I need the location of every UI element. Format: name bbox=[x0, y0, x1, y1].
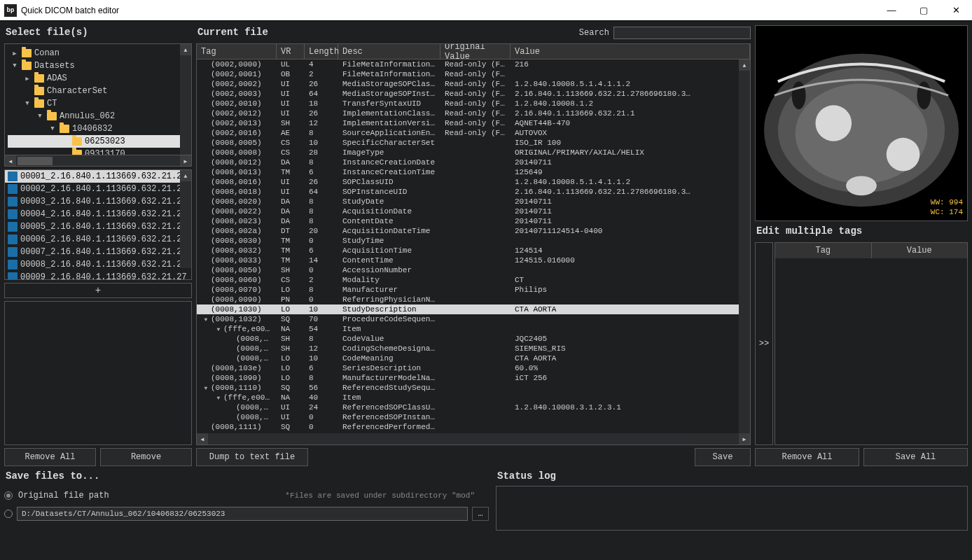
grid-row[interactable]: (0008,0012)DA8InstanceCreationDate201407… bbox=[197, 158, 739, 167]
expand-icon[interactable]: ▼ bbox=[23, 100, 32, 107]
expand-icon[interactable]: ▼ bbox=[11, 62, 19, 69]
tree-vscroll[interactable]: ▲ bbox=[180, 44, 191, 155]
close-button[interactable]: ✕ bbox=[940, 0, 972, 21]
grid-row[interactable]: (0002,0000)UL4FileMetaInformation…Read-o… bbox=[197, 59, 739, 69]
grid-row[interactable]: (0002,0002)UI26MediaStorageSOPClas…Read-… bbox=[197, 79, 739, 89]
grid-row[interactable]: (0008,0013)TM6InstanceCreationTime125649 bbox=[197, 167, 739, 177]
col-length[interactable]: Length bbox=[305, 44, 338, 59]
grid-row[interactable]: (0008,…UI0ReferencedSOPInstan… bbox=[197, 412, 739, 422]
grid-row[interactable]: (0008,0005)CS10SpecificCharacterSetISO_I… bbox=[197, 138, 739, 148]
grid-row[interactable]: (0002,0001)OB2FileMetaInformation…Read-o… bbox=[197, 69, 739, 79]
file-item[interactable]: 00002_2.16.840.1.113669.632.21.27 bbox=[5, 183, 191, 195]
dump-button[interactable]: Dump to text file bbox=[196, 448, 308, 466]
file-item[interactable]: 00007_2.16.840.1.113669.632.21.27 bbox=[5, 246, 191, 258]
radio-original-path[interactable] bbox=[4, 491, 13, 500]
radio-custom-path[interactable] bbox=[4, 510, 13, 518]
expand-icon[interactable]: ▼ bbox=[201, 316, 211, 323]
file-item[interactable]: 00006_2.16.840.1.113669.632.21.27 bbox=[5, 233, 191, 246]
browse-button[interactable]: … bbox=[472, 507, 489, 521]
grid-row[interactable]: (0008,…UI24ReferencedSOPClassU…1.2.840.1… bbox=[197, 402, 739, 412]
maximize-button[interactable]: ▢ bbox=[908, 0, 940, 21]
grid-row[interactable]: (0008,0016)UI26SOPClassUID1.2.840.10008.… bbox=[197, 177, 739, 187]
minimize-button[interactable]: — bbox=[875, 0, 908, 21]
grid-hscroll[interactable]: ◀▶ bbox=[197, 433, 750, 444]
col-original[interactable]: Original Value bbox=[440, 44, 511, 59]
save-button[interactable]: Save bbox=[695, 448, 751, 466]
grid-row[interactable]: (0002,0010)UI18TransferSyntaxUIDRead-onl… bbox=[197, 99, 739, 108]
add-button[interactable]: + bbox=[4, 283, 192, 298]
save-all-button[interactable]: Save All bbox=[863, 448, 968, 466]
grid-row[interactable]: (0008,1111)SQ0ReferencedPerformed… bbox=[197, 422, 739, 432]
search-input[interactable] bbox=[613, 27, 751, 39]
status-log[interactable] bbox=[496, 486, 968, 531]
grid-row[interactable]: (0008,1030)LO10StudyDescriptionCTA AORTA bbox=[197, 304, 739, 314]
remove-button[interactable]: Remove bbox=[100, 448, 192, 466]
dicom-preview[interactable]: WW: 994 WC: 174 bbox=[755, 25, 968, 221]
tree-item[interactable]: ▼Datasets bbox=[8, 59, 188, 72]
file-item[interactable]: 00003_2.16.840.1.113669.632.21.27 bbox=[5, 195, 191, 208]
tree-item[interactable]: ▼10406832 bbox=[8, 122, 188, 135]
grid-row[interactable]: (0008,103e)LO6SeriesDescription60.0% bbox=[197, 363, 739, 373]
remove-all-button[interactable]: Remove All bbox=[4, 448, 96, 466]
path-input[interactable] bbox=[17, 507, 468, 521]
file-item[interactable]: 00008_2.16.840.1.113669.632.21.27 bbox=[5, 258, 191, 271]
tree-hscroll[interactable]: ◀▶ bbox=[5, 155, 191, 166]
grid-row[interactable]: (0008,0070)LO8ManufacturerPhilips bbox=[197, 285, 739, 295]
grid-row[interactable]: ▼(0008,1110)SQ56ReferencedStudySequ… bbox=[197, 383, 739, 393]
grid-row[interactable]: (0008,0022)DA8AcquisitionDate20140711 bbox=[197, 206, 739, 216]
file-item[interactable]: 00004_2.16.840.1.113669.632.21.27 bbox=[5, 208, 191, 220]
grid-row[interactable]: (0008,0008)CS28ImageTypeORIGINAL/PRIMARY… bbox=[197, 148, 739, 158]
expand-icon[interactable]: ▼ bbox=[201, 385, 211, 391]
grid-row[interactable]: (0002,0012)UI26ImplementationClass…Read-… bbox=[197, 108, 739, 118]
grid-row[interactable]: (0008,0023)DA8ContentDate20140711 bbox=[197, 216, 739, 226]
grid-row[interactable]: (0008,002a)DT20AcquisitionDateTime201407… bbox=[197, 226, 739, 236]
folder-tree[interactable]: ▶Conan▼Datasets▶ADASCharacterSet▼CT▼Annu… bbox=[4, 43, 192, 167]
expand-icon[interactable]: ▼ bbox=[48, 125, 57, 132]
mt-col-tag[interactable]: Tag bbox=[775, 243, 872, 258]
grid-row[interactable]: ▼(fffe,e00…NA40Item bbox=[197, 393, 739, 402]
grid-row[interactable]: (0008,1090)LO8ManufacturerModelNa…iCT 25… bbox=[197, 373, 739, 383]
file-item[interactable]: 00009_2.16.840.1.113669.632.21.27 bbox=[5, 271, 191, 280]
add-tag-button[interactable]: >> bbox=[755, 242, 773, 445]
file-list[interactable]: 00001_2.16.840.1.113669.632.21.2700002_2… bbox=[4, 169, 192, 280]
grid-row[interactable]: (0008,0020)DA8StudyDate20140711 bbox=[197, 197, 739, 206]
grid-row[interactable]: (0008,0018)UI64SOPInstanceUID2.16.840.1.… bbox=[197, 187, 739, 197]
mt-col-value[interactable]: Value bbox=[872, 243, 968, 258]
col-tag[interactable]: Tag bbox=[197, 44, 277, 59]
grid-row[interactable]: (0008,0050)SH0AccessionNumber bbox=[197, 265, 739, 275]
tree-item[interactable]: ▼Annulus_062 bbox=[8, 110, 188, 122]
mt-remove-all-button[interactable]: Remove All bbox=[755, 448, 859, 466]
expand-icon[interactable]: ▶ bbox=[11, 50, 19, 57]
grid-row[interactable]: (0002,0013)SH12ImplementationVersi…Read-… bbox=[197, 118, 739, 128]
grid-row[interactable]: (0008,0060)CS2ModalityCT bbox=[197, 275, 739, 285]
tree-item[interactable]: 06253023 bbox=[8, 135, 188, 148]
grid-vscroll[interactable]: ▲ bbox=[739, 59, 750, 433]
grid-row[interactable]: (0008,…LO10CodeMeaningCTA AORTA bbox=[197, 354, 739, 363]
tree-item[interactable]: ▶ADAS bbox=[8, 72, 188, 85]
expand-icon[interactable]: ▼ bbox=[214, 326, 223, 332]
grid-row[interactable]: (0008,…SH8CodeValueJQC2405 bbox=[197, 334, 739, 344]
file-list-vscroll[interactable]: ▲ bbox=[180, 170, 191, 268]
tree-item[interactable]: CharacterSet bbox=[8, 85, 188, 97]
grid-row[interactable]: ▼(fffe,e00…NA54Item bbox=[197, 324, 739, 334]
grid-row[interactable]: (0002,0003)UI64MediaStorageSOPInst…Read-… bbox=[197, 89, 739, 99]
expand-icon[interactable]: ▼ bbox=[36, 113, 44, 120]
tag-grid[interactable]: Tag VR Length Desc Original Value Value … bbox=[196, 43, 751, 445]
grid-row[interactable]: (0008,0090)PN0ReferringPhysicianN… bbox=[197, 295, 739, 304]
col-value[interactable]: Value bbox=[511, 44, 750, 59]
grid-row[interactable]: (0008,0030)TM0StudyTime bbox=[197, 236, 739, 246]
tree-item[interactable]: ▶Conan bbox=[8, 47, 188, 59]
grid-row[interactable]: ▼(0008,1032)SQ70ProcedureCodeSequen… bbox=[197, 314, 739, 324]
col-vr[interactable]: VR bbox=[277, 44, 305, 59]
grid-row[interactable]: (0008,0032)TM6AcquisitionTime124514 bbox=[197, 246, 739, 255]
grid-row[interactable]: (0008,0033)TM14ContentTime124515.016000 bbox=[197, 255, 739, 265]
tree-item[interactable]: ▼CT bbox=[8, 97, 188, 110]
expand-icon[interactable]: ▼ bbox=[214, 395, 223, 401]
grid-row[interactable]: (0002,0016)AE8SourceApplicationEn…Read-o… bbox=[197, 128, 739, 138]
file-item[interactable]: 00005_2.16.840.1.113669.632.21.27 bbox=[5, 220, 191, 233]
multi-tag-grid[interactable]: Tag Value bbox=[775, 242, 968, 445]
col-desc[interactable]: Desc bbox=[338, 44, 440, 59]
file-item[interactable]: 00001_2.16.840.1.113669.632.21.27 bbox=[5, 170, 191, 183]
expand-icon[interactable]: ▶ bbox=[23, 75, 32, 83]
grid-row[interactable]: (0008,…SH12CodingSchemeDesigna…SIEMENS_R… bbox=[197, 344, 739, 354]
